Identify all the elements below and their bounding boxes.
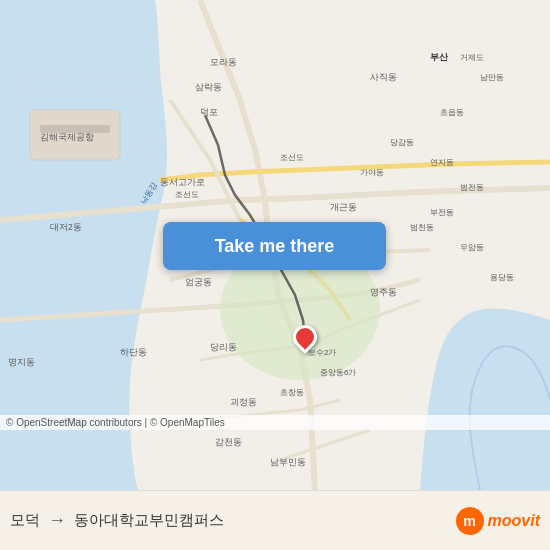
svg-text:삼락동: 삼락동 <box>195 82 222 92</box>
svg-text:조선도: 조선도 <box>280 153 304 162</box>
svg-text:가야동: 가야동 <box>360 168 384 177</box>
svg-text:중앙동6가: 중앙동6가 <box>320 368 356 377</box>
moovit-icon: m <box>456 507 484 535</box>
svg-text:연지동: 연지동 <box>430 158 454 167</box>
attribution-bar: © OpenStreetMap contributors | © OpenMap… <box>0 415 550 430</box>
origin-label: 모덕 <box>10 511 40 530</box>
destination-label: 동아대학교부민캠퍼스 <box>74 511 224 530</box>
bottom-bar: 모덕 → 동아대학교부민캠퍼스 m moovit <box>0 490 550 550</box>
svg-text:김해국제공항: 김해국제공항 <box>40 132 94 142</box>
svg-text:우암동: 우암동 <box>460 243 484 252</box>
route-info: 모덕 → 동아대학교부민캠퍼스 <box>10 510 224 531</box>
svg-text:개근동: 개근동 <box>330 202 357 212</box>
svg-text:당리동: 당리동 <box>210 342 237 352</box>
svg-text:부산: 부산 <box>430 52 449 62</box>
svg-text:괴정동: 괴정동 <box>230 397 257 407</box>
svg-text:엄궁동: 엄궁동 <box>185 277 212 287</box>
svg-text:범천동: 범천동 <box>410 223 434 232</box>
svg-text:덕포: 덕포 <box>200 107 218 117</box>
svg-text:용당동: 용당동 <box>490 273 514 282</box>
svg-text:남만동: 남만동 <box>480 73 504 82</box>
svg-text:당감동: 당감동 <box>390 138 414 147</box>
svg-text:부전동: 부전동 <box>430 208 454 217</box>
svg-text:모라동: 모라동 <box>210 57 237 67</box>
svg-text:하단동: 하단동 <box>120 347 147 357</box>
svg-text:명지동: 명지동 <box>8 357 35 367</box>
arrow-icon: → <box>48 510 66 531</box>
svg-text:조선도: 조선도 <box>175 190 199 199</box>
svg-text:사직동: 사직동 <box>370 72 397 82</box>
take-me-there-button[interactable]: Take me there <box>163 222 386 270</box>
svg-text:동서고가로: 동서고가로 <box>160 177 205 187</box>
svg-text:감천동: 감천동 <box>215 437 242 447</box>
moovit-logo: m moovit <box>456 507 540 535</box>
svg-text:보수2가: 보수2가 <box>308 348 336 357</box>
destination-pin <box>293 325 317 349</box>
svg-text:영주동: 영주동 <box>370 287 397 297</box>
svg-text:대저2동: 대저2동 <box>50 222 82 232</box>
moovit-text: moovit <box>488 512 540 530</box>
svg-text:초읍동: 초읍동 <box>440 108 464 117</box>
map-container: 김해국제공항 대저2동 낙동강 모라동 삼락동 덕포 사직동 부산 개근동 엄궁… <box>0 0 550 490</box>
svg-text:남부민동: 남부민동 <box>270 457 306 467</box>
svg-text:범전동: 범전동 <box>460 183 484 192</box>
svg-text:거제도: 거제도 <box>460 53 484 62</box>
svg-text:초창동: 초창동 <box>280 388 304 397</box>
attribution-text: © OpenStreetMap contributors | © OpenMap… <box>6 417 225 428</box>
